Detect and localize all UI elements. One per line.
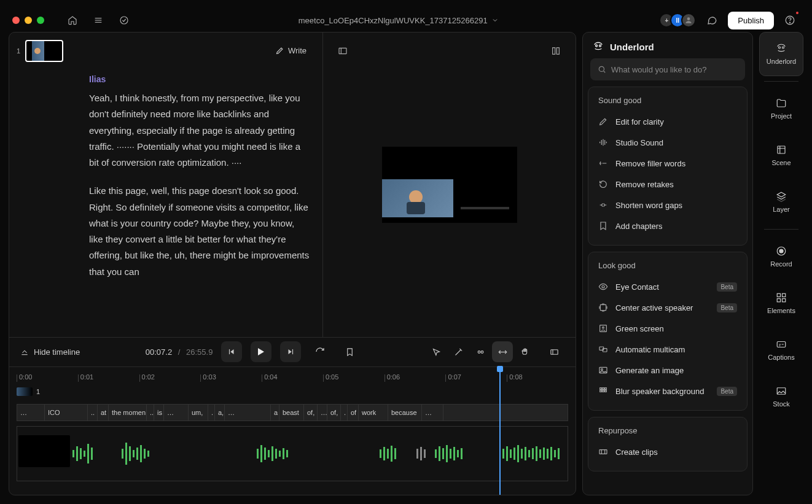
word-cell[interactable]: … [422, 405, 443, 421]
word-cell[interactable]: . [208, 405, 215, 421]
svg-rect-87 [600, 390, 602, 392]
word-cell[interactable]: of, [304, 405, 318, 421]
action-item[interactable]: Shorten word gaps [588, 195, 747, 215]
word-cell[interactable]: the momen [109, 405, 147, 421]
rail-item-scene[interactable]: Scene [759, 133, 803, 177]
audio-track[interactable] [17, 426, 568, 481]
word-cell[interactable]: is [154, 405, 164, 421]
svg-rect-57 [506, 446, 508, 461]
hand-tool-button[interactable] [514, 341, 535, 362]
video-preview[interactable] [382, 147, 517, 223]
svg-rect-53 [453, 447, 455, 460]
rail-item-project[interactable]: Project [759, 87, 803, 131]
word-cell[interactable]: … [164, 405, 189, 421]
scene-thumbnail[interactable] [25, 40, 63, 62]
word-cell[interactable]: … [225, 405, 271, 421]
word-cell[interactable]: … [318, 405, 327, 421]
word-cell[interactable]: because [388, 405, 422, 421]
svg-rect-21 [87, 444, 89, 463]
action-item[interactable]: Remove filler words [588, 153, 747, 174]
word-cell[interactable]: of [348, 405, 359, 421]
play-button[interactable] [251, 341, 271, 362]
retake-icon [598, 179, 608, 189]
traffic-lights[interactable] [12, 17, 44, 24]
underlord-search[interactable] [590, 58, 745, 80]
action-item[interactable]: Create clips [588, 441, 747, 462]
svg-rect-38 [283, 448, 284, 459]
timeline-area[interactable]: 0:000:010:020:030:040:050:060:070:08 1 …… [9, 366, 576, 495]
action-item[interactable]: Generate an image [588, 360, 747, 381]
rail-item-label: Elements [767, 307, 795, 314]
help-button[interactable] [780, 10, 800, 30]
time-ruler[interactable]: 0:000:010:020:030:040:050:060:070:08 [17, 372, 568, 384]
range-tool-button[interactable] [492, 341, 513, 362]
rail-item-underlord[interactable]: Underlord [759, 32, 803, 76]
action-item[interactable]: Remove retakes [588, 174, 747, 195]
fit-timeline-button[interactable] [544, 341, 564, 362]
word-cell[interactable]: of, [327, 405, 341, 421]
word-cell[interactable]: .. [147, 405, 154, 421]
transcript-paragraph[interactable]: Yeah, I think honestly, from my perspect… [89, 90, 310, 171]
rail-item-captions[interactable]: Captions [759, 328, 803, 372]
underlord-icon [593, 41, 604, 52]
transcript-paragraph[interactable]: Like this page, well, this page doesn't … [89, 183, 310, 280]
svg-rect-12 [292, 349, 293, 354]
collaborator-avatars[interactable]: + Il [663, 13, 696, 28]
action-item[interactable]: Blur speaker backgroundBeta [588, 381, 747, 401]
filler-icon [598, 158, 608, 168]
home-button[interactable] [63, 10, 82, 30]
write-button[interactable]: Write [269, 42, 313, 59]
word-cell[interactable]: work [359, 405, 388, 421]
action-item[interactable]: Add chapters [588, 215, 747, 236]
word-cell[interactable]: beast [279, 405, 304, 421]
layout-button[interactable] [546, 41, 566, 61]
blade-tool-button[interactable] [448, 341, 469, 362]
avatar[interactable] [681, 13, 696, 28]
svg-point-91 [779, 47, 781, 48]
svg-rect-49 [439, 446, 440, 461]
bookmark-button[interactable] [339, 341, 360, 362]
sync-status-icon[interactable] [114, 10, 134, 30]
rail-item-record[interactable]: Record [759, 235, 803, 279]
word-cell[interactable]: ICO [45, 405, 88, 421]
menu-button[interactable] [88, 10, 108, 30]
comments-button[interactable] [702, 10, 722, 30]
rail-item-elements[interactable]: Elements [759, 281, 803, 325]
action-item[interactable]: Edit for clarity [588, 111, 747, 132]
skip-back-button[interactable] [221, 341, 242, 362]
word-cell[interactable]: … [17, 405, 45, 421]
link-tool-button[interactable] [470, 341, 491, 362]
publish-button[interactable]: Publish [728, 12, 774, 29]
svg-rect-93 [778, 146, 785, 153]
action-item[interactable]: Studio Sound [588, 132, 747, 153]
clip-thumbnail-icon[interactable] [17, 387, 33, 396]
action-item[interactable]: Green screen [588, 318, 747, 339]
project-title-dropdown[interactable]: meetco_LoOEp4CHxzNlgulWUVKK_173712526629… [140, 16, 657, 25]
action-item[interactable]: Eye ContactBeta [588, 276, 747, 297]
underlord-action-list[interactable]: Sound goodEdit for clarityStudio SoundRe… [583, 87, 752, 495]
aspect-ratio-button[interactable] [333, 41, 353, 61]
word-cell[interactable]: at [98, 405, 109, 421]
word-track[interactable]: …ICO..atthe momen..is…um,.a,…abeastof,…o… [17, 404, 568, 421]
word-cell[interactable]: a [271, 405, 279, 421]
rail-item-layer[interactable]: Layer [759, 180, 803, 224]
loop-button[interactable] [310, 341, 330, 362]
ruler-tick: 0:04 [262, 372, 323, 384]
minimize-window-icon[interactable] [25, 17, 32, 24]
word-cell[interactable]: um, [189, 405, 208, 421]
action-item[interactable]: Automatic multicam [588, 339, 747, 360]
word-cell[interactable]: . [341, 405, 348, 421]
word-cell[interactable]: .. [88, 405, 98, 421]
action-item[interactable]: Center active speakerBeta [588, 297, 747, 318]
skip-forward-button[interactable] [280, 341, 301, 362]
hide-timeline-button[interactable]: Hide timeline [20, 347, 80, 357]
underlord-search-input[interactable] [611, 65, 738, 74]
rail-item-stock[interactable]: Stock [759, 374, 803, 419]
playhead[interactable] [499, 367, 501, 495]
close-window-icon[interactable] [12, 17, 20, 24]
svg-rect-58 [510, 449, 512, 458]
fullscreen-window-icon[interactable] [37, 17, 44, 24]
selection-tool-button[interactable] [426, 341, 447, 362]
word-cell[interactable]: a, [215, 405, 225, 421]
speaker-name[interactable]: Ilias [89, 74, 310, 84]
